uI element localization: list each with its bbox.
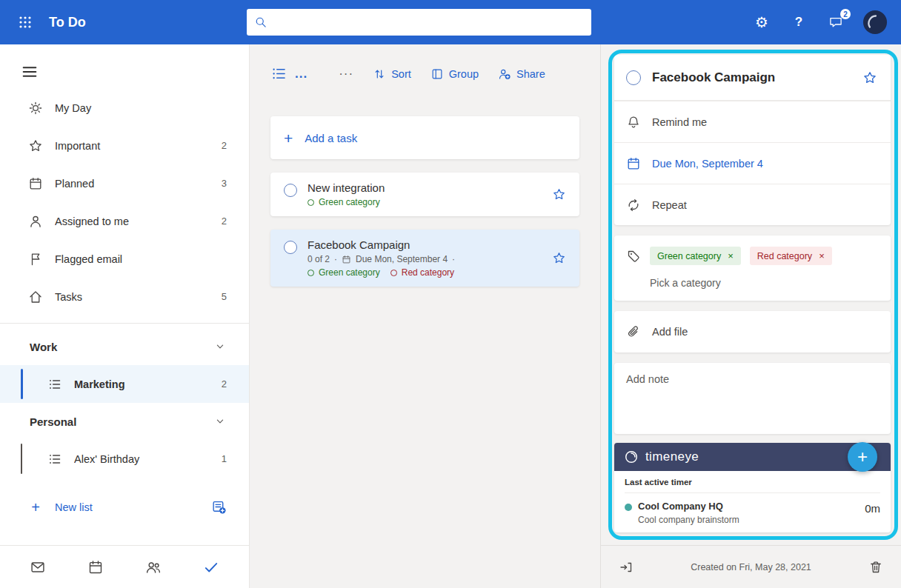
new-list-button[interactable]: + New list — [0, 488, 249, 526]
add-task-label: Add a task — [305, 132, 357, 144]
category-label: Green category — [319, 197, 380, 207]
sidebar-item-my-day[interactable]: My Day — [0, 89, 249, 127]
waffle-icon — [18, 15, 33, 30]
pick-category-button[interactable]: Pick a category — [626, 277, 879, 289]
repeat-label: Repeat — [652, 199, 687, 211]
star-icon — [28, 138, 43, 153]
app-launcher-button[interactable] — [10, 7, 40, 37]
important-star-button[interactable] — [551, 250, 568, 267]
chevron-down-icon — [213, 340, 227, 353]
add-file-label: Add file — [652, 326, 688, 338]
star-icon — [862, 70, 877, 85]
timer-title: Cool Company HQ — [638, 501, 859, 512]
add-note-placeholder: Add note — [626, 373, 669, 385]
sidebar-item-important[interactable]: Important 2 — [0, 127, 249, 164]
sidebar-item-label: Flagged email — [55, 253, 221, 265]
hamburger-icon — [21, 63, 39, 81]
sidebar-item-count: 5 — [222, 291, 227, 302]
detail-title-row: Facebook Campaign — [614, 55, 891, 101]
sidebar-item-label: Assigned to me — [55, 216, 216, 227]
new-list-label: New list — [55, 501, 211, 513]
last-active-timer-label: Last active timer — [625, 478, 880, 493]
group-button[interactable]: Group — [430, 67, 479, 81]
calendar-icon — [626, 156, 641, 171]
category-pill-green[interactable]: Green category × — [650, 247, 741, 265]
calendar-button[interactable] — [81, 552, 110, 582]
due-date-row[interactable]: Due Mon, September 4 — [614, 142, 891, 184]
remind-me-row[interactable]: Remind me — [614, 101, 891, 142]
add-task-button[interactable]: + Add a task — [270, 116, 579, 159]
close-icon[interactable]: × — [728, 250, 734, 261]
delete-task-button[interactable] — [864, 555, 888, 579]
close-icon[interactable]: × — [819, 250, 825, 261]
group-work[interactable]: Work — [0, 328, 249, 365]
important-star-button[interactable] — [861, 69, 879, 87]
people-button[interactable] — [139, 552, 168, 582]
gear-icon: ⚙ — [755, 15, 768, 30]
app-window: To Do ⚙ ? 2 — [0, 0, 901, 588]
sidebar-item-label: Tasks — [55, 291, 216, 303]
hide-detail-button[interactable] — [614, 555, 638, 579]
repeat-row[interactable]: Repeat — [614, 184, 891, 225]
home-icon — [28, 290, 43, 304]
mail-button[interactable] — [23, 552, 53, 582]
mail-icon — [30, 559, 46, 575]
help-button[interactable]: ? — [784, 7, 814, 37]
search-icon — [254, 16, 267, 29]
open-pane-icon — [619, 560, 634, 575]
search-input[interactable] — [273, 16, 584, 28]
category-label: Red category — [402, 267, 454, 278]
detail-main-card: Facebook Campaign Remind me Due Mon, Se — [614, 55, 891, 225]
paperclip-icon — [626, 324, 641, 339]
task-title: New integration — [307, 181, 543, 194]
task-progress: 0 of 2 — [307, 254, 330, 264]
green-category-dot — [307, 199, 314, 206]
timeneye-logo-icon — [624, 450, 639, 464]
task-categories: Green category — [307, 197, 543, 207]
category-pill-red[interactable]: Red category × — [750, 247, 832, 265]
sidebar-item-marketing[interactable]: Marketing 2 — [0, 365, 249, 403]
add-timer-button[interactable]: + — [848, 442, 877, 472]
sort-button[interactable]: Sort — [373, 67, 411, 81]
circle-checkbox[interactable] — [626, 70, 641, 85]
task-row-facebook-campaign[interactable]: Facebook Campaign 0 of 2 · Due Mon, Sept… — [270, 230, 579, 287]
tag-icon — [626, 249, 641, 264]
add-file-row[interactable]: Add file — [614, 311, 891, 353]
settings-button[interactable]: ⚙ — [747, 7, 777, 37]
group-personal[interactable]: Personal — [0, 403, 249, 440]
top-bar: To Do ⚙ ? 2 — [0, 0, 901, 44]
top-bar-actions: ⚙ ? 2 — [747, 7, 891, 37]
user-avatar[interactable] — [862, 10, 888, 35]
sidebar-item-flagged-email[interactable]: Flagged email — [0, 240, 249, 278]
plus-icon: + — [28, 500, 43, 515]
sidebar-item-assigned[interactable]: Assigned to me 2 — [0, 202, 249, 240]
task-list-pane: ... ··· Sort Group Share + Add a task — [250, 44, 600, 588]
menu-button[interactable] — [21, 62, 40, 81]
person-icon — [28, 214, 43, 229]
sidebar-item-label: My Day — [55, 102, 221, 114]
sidebar-item-tasks[interactable]: Tasks 5 — [0, 278, 249, 315]
category-pill-label: Red category — [757, 251, 812, 261]
spacer — [614, 353, 891, 363]
app-title: To Do — [49, 15, 86, 30]
sidebar-item-alex-birthday[interactable]: Alex' Birthday 1 — [0, 440, 249, 478]
todo-button[interactable] — [196, 552, 226, 582]
more-options-button[interactable]: ··· — [339, 67, 353, 81]
group-label: Group — [449, 68, 479, 80]
add-note-area[interactable]: Add note — [614, 363, 891, 434]
search-bar[interactable] — [247, 9, 591, 36]
circle-checkbox[interactable] — [284, 241, 297, 254]
calendar-icon — [342, 255, 351, 264]
new-group-icon[interactable] — [211, 499, 227, 515]
important-star-button[interactable] — [551, 186, 568, 203]
timeneye-brand: timeneye — [645, 450, 699, 464]
timer-row[interactable]: Cool Company HQ Cool company brainstorm … — [625, 493, 880, 525]
share-button[interactable]: Share — [498, 67, 545, 81]
timer-text: Cool Company HQ Cool company brainstorm — [638, 501, 859, 525]
sidebar-item-planned[interactable]: Planned 3 — [0, 164, 249, 202]
task-row-new-integration[interactable]: New integration Green category — [270, 173, 579, 216]
feedback-button[interactable]: 2 — [821, 7, 851, 37]
circle-checkbox[interactable] — [284, 184, 297, 197]
task-title: Facebook Campaign — [307, 238, 543, 251]
sidebar-item-label: Alex' Birthday — [74, 453, 216, 465]
